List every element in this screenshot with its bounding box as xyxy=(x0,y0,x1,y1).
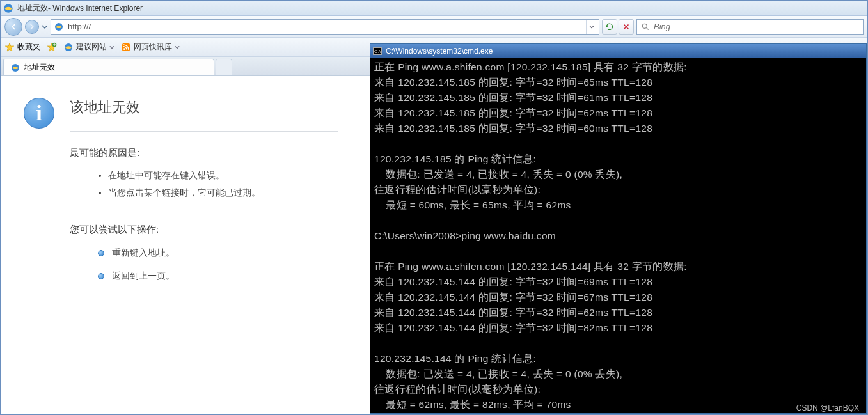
causes-title: 最可能的原因是: xyxy=(70,147,338,159)
search-input[interactable] xyxy=(654,22,859,31)
search-icon xyxy=(641,22,650,31)
favorites-label: 收藏夹 xyxy=(17,42,40,52)
toolbar-buttons xyxy=(602,19,634,35)
url-bar[interactable] xyxy=(51,19,599,35)
cause-item: 在地址中可能存在键入错误。 xyxy=(108,167,338,184)
ie-titlebar: 地址无效 - Windows Internet Explorer xyxy=(1,1,867,16)
svg-point-6 xyxy=(123,48,125,50)
fav-link-label: 建议网站 xyxy=(76,42,107,52)
refresh-icon xyxy=(605,22,614,31)
fav-link-webfeeds[interactable]: 网页快讯库 xyxy=(121,42,180,52)
cmd-titlebar[interactable]: C:\ C:\Windows\system32\cmd.exe xyxy=(370,44,866,58)
refresh-button[interactable] xyxy=(602,19,617,35)
cmd-icon: C:\ xyxy=(373,47,382,55)
window-title-app: - Windows Internet Explorer xyxy=(48,4,143,13)
action-back[interactable]: 返回到上一页。 xyxy=(98,270,338,282)
star-icon xyxy=(4,42,15,52)
close-icon xyxy=(622,23,630,31)
history-dropdown-icon[interactable] xyxy=(42,24,48,30)
stop-button[interactable] xyxy=(619,19,634,35)
ie-small-icon xyxy=(63,42,74,52)
new-tab-button[interactable] xyxy=(216,59,232,75)
cmd-output[interactable]: 正在 Ping www.a.shifen.com [120.232.145.18… xyxy=(370,58,866,414)
bullet-icon xyxy=(98,250,104,256)
chevron-down-icon xyxy=(109,45,114,50)
favorites-button[interactable]: 收藏夹 xyxy=(4,42,40,52)
tab-active[interactable]: 地址无效 xyxy=(3,59,214,75)
cmd-window: C:\ C:\Windows\system32\cmd.exe 正在 Ping … xyxy=(370,43,867,414)
window-title-page: 地址无效 xyxy=(17,3,48,13)
back-button[interactable] xyxy=(4,18,22,36)
search-box[interactable] xyxy=(636,19,864,35)
chevron-down-icon xyxy=(175,45,180,50)
try-title: 您可以尝试以下操作: xyxy=(70,224,338,236)
bullet-icon xyxy=(98,273,104,279)
watermark: CSDN @LfanBQX xyxy=(796,403,859,412)
action-label: 返回到上一页。 xyxy=(112,270,175,282)
add-favorite-icon[interactable] xyxy=(47,42,57,52)
forward-button[interactable] xyxy=(25,20,39,34)
svg-point-2 xyxy=(642,24,647,28)
causes-list: 在地址中可能存在键入错误。 当您点击某个链接时，它可能已过期。 xyxy=(70,167,338,201)
ie-navbar xyxy=(1,16,867,38)
error-heading: 该地址无效 xyxy=(70,98,338,117)
ie-tab-icon xyxy=(10,63,20,73)
action-retype[interactable]: 重新键入地址。 xyxy=(98,247,338,259)
cause-item: 当您点击某个链接时，它可能已过期。 xyxy=(108,184,338,201)
ie-logo-icon xyxy=(3,3,13,13)
ie-page-icon xyxy=(54,22,64,32)
action-label: 重新键入地址。 xyxy=(112,247,175,259)
url-input[interactable] xyxy=(68,22,582,31)
info-icon: i xyxy=(24,98,54,129)
fav-link-label: 网页快讯库 xyxy=(134,42,172,52)
url-dropdown[interactable] xyxy=(586,20,596,34)
cmd-title-text: C:\Windows\system32\cmd.exe xyxy=(386,47,493,56)
divider xyxy=(70,131,338,132)
fav-link-suggested[interactable]: 建议网站 xyxy=(63,42,114,52)
tab-label: 地址无效 xyxy=(24,62,55,73)
feed-icon xyxy=(121,42,131,52)
